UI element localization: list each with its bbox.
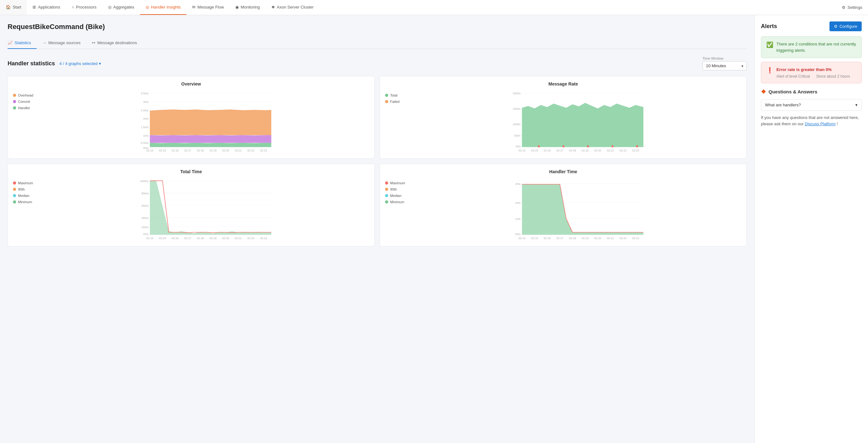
svg-text:02:22: 02:22	[619, 237, 626, 240]
svg-text:0ms: 0ms	[515, 233, 521, 236]
nav-message-flow[interactable]: ✉ Message Flow	[186, 0, 229, 15]
svg-text:02:15: 02:15	[531, 237, 538, 240]
svg-text:02:20: 02:20	[222, 237, 229, 240]
failed-label: Failed	[390, 100, 400, 103]
discuss-platform-link[interactable]: Discuss Platform	[805, 122, 836, 126]
message-destinations-label: Message destinations	[97, 40, 137, 45]
overview-chart-card: Overview Overhead Commit Han	[7, 76, 375, 159]
svg-marker-18	[150, 143, 271, 147]
maximum-ht-dot	[385, 181, 388, 184]
svg-text:02:16: 02:16	[544, 149, 551, 152]
time-window-wrapper: 1 Minute 5 Minutes 10 Minutes 30 Minutes…	[703, 61, 747, 70]
svg-text:60ms: 60ms	[142, 204, 149, 207]
alerts-sidebar: Alerts ⚙ Configure ✅ There are 2 conditi…	[754, 15, 868, 443]
configure-label: Configure	[840, 24, 857, 29]
svg-text:20ms: 20ms	[142, 226, 149, 229]
handler-time-plot: 3ms 2ms 1ms 0ms	[413, 178, 741, 241]
overhead-dot	[13, 94, 16, 97]
svg-text:02:19: 02:19	[210, 237, 216, 240]
tab-message-sources[interactable]: → Message sources	[37, 37, 86, 49]
total-time-plot: 100ms 80ms 60ms 40ms 20ms 0ms	[41, 178, 369, 241]
90th-ht-dot	[385, 188, 388, 191]
time-window-container: Time Window 1 Minute 5 Minutes 10 Minute…	[703, 57, 747, 70]
nav-monitoring-label: Monitoring	[241, 5, 260, 9]
nav-settings-label: Settings	[847, 5, 862, 10]
check-circle-icon: ✅	[766, 41, 773, 48]
total-time-legend: Maximum 90th Median Minimum	[13, 178, 38, 241]
median-ht-label: Median	[390, 194, 401, 198]
legend-maximum-ht: Maximum	[385, 181, 410, 185]
legend-90th-ht: 90th	[385, 188, 410, 191]
legend-median-tt: Median	[13, 194, 38, 198]
time-window-label: Time Window	[703, 57, 747, 60]
tab-statistics[interactable]: 📈 Statistics	[7, 37, 37, 49]
legend-minimum-tt: Minimum	[13, 200, 38, 204]
message-destinations-icon: ↦	[92, 40, 95, 45]
nav-axon-server[interactable]: ❖ Axon Server Cluster	[266, 0, 319, 15]
failed-dot	[385, 100, 388, 103]
svg-text:02:17: 02:17	[184, 237, 191, 240]
svg-text:02:18: 02:18	[569, 237, 576, 240]
svg-text:02:14: 02:14	[146, 237, 153, 240]
svg-text:02:14: 02:14	[146, 149, 153, 152]
time-window-select[interactable]: 1 Minute 5 Minutes 10 Minutes 30 Minutes…	[703, 61, 747, 70]
message-rate-plot: 200/m 150/m 100/m 50/m 0/m	[413, 90, 741, 154]
qa-question-text: What are handlers?	[765, 103, 801, 107]
svg-marker-16	[150, 109, 271, 135]
nav-bar: 🏠 Start ⊞ Applications ⑃ Processors ◎ Ag…	[0, 0, 868, 15]
svg-text:100/m: 100/m	[513, 123, 521, 126]
svg-text:02:16: 02:16	[172, 237, 179, 240]
svg-text:02:23: 02:23	[260, 237, 267, 240]
nav-aggregates[interactable]: ◎ Aggregates	[102, 0, 140, 15]
svg-marker-39	[522, 103, 643, 147]
nav-applications[interactable]: ⊞ Applications	[27, 0, 66, 15]
qa-dropdown[interactable]: What are handlers? ▾	[761, 99, 862, 111]
configure-button[interactable]: ⚙ Configure	[830, 22, 862, 31]
median-tt-dot	[13, 194, 16, 197]
svg-text:1ms: 1ms	[143, 134, 149, 137]
svg-text:02:14: 02:14	[518, 237, 525, 240]
tab-message-destinations[interactable]: ↦ Message destinations	[86, 37, 143, 49]
nav-processors[interactable]: ⑃ Processors	[66, 0, 102, 15]
svg-text:02:19: 02:19	[582, 237, 588, 240]
maximum-tt-dot	[13, 181, 16, 184]
svg-text:100ms: 100ms	[140, 179, 149, 183]
qa-answer-suffix: !	[837, 122, 838, 126]
success-alert-card: ✅ There are 2 conditions that are not cu…	[761, 36, 862, 58]
svg-text:1.5ms: 1.5ms	[141, 126, 149, 129]
legend-minimum-ht: Minimum	[385, 200, 410, 204]
svg-marker-17	[150, 135, 271, 143]
legend-handler: Handler	[13, 106, 38, 110]
svg-text:02:17: 02:17	[184, 149, 191, 152]
svg-text:02:15: 02:15	[531, 149, 538, 152]
error-title-text: Error rate is greater than 0%	[776, 67, 832, 72]
svg-text:02:19: 02:19	[582, 149, 588, 152]
success-alert-text: There are 2 conditions that are not curr…	[776, 41, 856, 53]
graphs-selected-toggle[interactable]: 4 / 4 graphs selected ▾	[59, 61, 101, 66]
handler-time-legend: Maximum 90th Median Minimum	[385, 178, 410, 241]
svg-text:02:15: 02:15	[159, 149, 166, 152]
total-dot	[385, 94, 388, 97]
commit-dot	[13, 100, 16, 103]
nav-start[interactable]: 🏠 Start	[0, 0, 27, 15]
total-time-title: Total Time	[13, 169, 369, 174]
monitoring-icon: ◉	[235, 5, 239, 9]
nav-settings[interactable]: ⚙ Settings	[836, 0, 868, 15]
message-rate-title: Message Rate	[385, 81, 741, 87]
message-sources-icon: →	[42, 40, 46, 45]
svg-text:02:22: 02:22	[619, 149, 626, 152]
nav-start-label: Start	[12, 5, 21, 9]
svg-text:02:19: 02:19	[210, 149, 216, 152]
nav-monitoring[interactable]: ◉ Monitoring	[229, 0, 266, 15]
svg-text:02:15: 02:15	[159, 237, 166, 240]
legend-median-ht: Median	[385, 194, 410, 198]
legend-commit: Commit	[13, 100, 38, 103]
svg-text:0/m: 0/m	[516, 145, 521, 148]
svg-text:200/m: 200/m	[513, 92, 521, 95]
nav-applications-label: Applications	[38, 5, 60, 9]
page-title: RequestBikeCommand (Bike)	[7, 23, 747, 31]
qa-title: Questions & Answers	[769, 89, 817, 94]
svg-text:02:22: 02:22	[247, 237, 254, 240]
commit-label: Commit	[18, 100, 30, 103]
nav-handler-insights[interactable]: ◎ Handler Insights	[140, 0, 186, 15]
